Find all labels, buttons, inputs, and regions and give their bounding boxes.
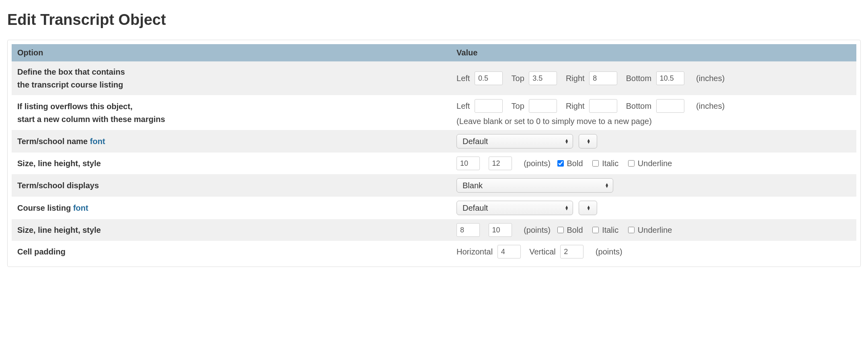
- row-course-font: Course listing font Default ▲▼ ▲▼: [12, 197, 856, 219]
- course-font-variant-select[interactable]: ▲▼: [579, 201, 597, 215]
- cell-padding-v-label: Vertical: [529, 247, 556, 256]
- overflow-hint: (Leave blank or set to 0 to simply move …: [457, 117, 851, 126]
- updown-icon: ▲▼: [587, 206, 591, 210]
- course-underline-checkbox-label[interactable]: Underline: [628, 226, 672, 235]
- cell-padding-h-label: Horizontal: [457, 247, 493, 256]
- overflow-label-line1: If listing overflows this object,: [17, 102, 133, 111]
- term-font-label-prefix: Term/school name: [17, 137, 90, 146]
- box-right-input[interactable]: [589, 71, 617, 85]
- box-label-line2: the transcript course listing: [17, 80, 123, 89]
- row-term-displays: Term/school displays Blank ▲▼: [12, 174, 856, 197]
- term-style-units: (points): [524, 159, 551, 168]
- term-displays-label: Term/school displays: [12, 174, 451, 197]
- term-bold-checkbox-label[interactable]: Bold: [557, 159, 583, 168]
- term-italic-checkbox[interactable]: [592, 160, 599, 167]
- term-italic-checkbox-label[interactable]: Italic: [592, 159, 618, 168]
- term-lineheight-input[interactable]: [489, 157, 512, 170]
- overflow-left-input[interactable]: [475, 99, 503, 113]
- course-style-units: (points): [524, 226, 551, 234]
- cell-padding-v-input[interactable]: [560, 245, 583, 258]
- page-title: Edit Transcript Object: [7, 11, 861, 28]
- course-style-label: Size, line height, style: [12, 219, 451, 241]
- cell-padding-units: (points): [596, 247, 622, 256]
- box-bottom-input[interactable]: [656, 71, 684, 85]
- course-bold-text: Bold: [567, 226, 583, 235]
- term-font-variant-select[interactable]: ▲▼: [579, 134, 597, 149]
- overflow-bottom-input[interactable]: [656, 99, 684, 113]
- col-option: Option: [12, 44, 451, 61]
- term-underline-text: Underline: [638, 159, 672, 168]
- overflow-bottom-label: Bottom: [626, 102, 651, 110]
- course-font-link[interactable]: font: [73, 203, 88, 212]
- course-italic-checkbox-label[interactable]: Italic: [592, 226, 618, 235]
- course-font-label-prefix: Course listing: [17, 203, 73, 212]
- term-size-input[interactable]: [457, 157, 480, 170]
- box-left-input[interactable]: [475, 71, 503, 85]
- term-font-select[interactable]: Default ▲▼: [457, 134, 573, 149]
- course-underline-text: Underline: [638, 226, 672, 235]
- options-table: Option Value Define the box that contain…: [12, 44, 856, 262]
- term-bold-text: Bold: [567, 159, 583, 168]
- term-displays-select-value: Blank: [463, 181, 483, 190]
- updown-icon: ▲▼: [587, 139, 591, 144]
- updown-icon: ▲▼: [605, 183, 609, 188]
- term-bold-checkbox[interactable]: [557, 160, 564, 167]
- course-lineheight-input[interactable]: [489, 223, 512, 237]
- updown-icon: ▲▼: [565, 139, 569, 144]
- overflow-label-line2: start a new column with these margins: [17, 115, 165, 124]
- cell-padding-label: Cell padding: [12, 241, 451, 262]
- course-font-select-value: Default: [463, 203, 488, 213]
- options-panel: Option Value Define the box that contain…: [7, 40, 861, 267]
- overflow-top-label: Top: [512, 102, 524, 110]
- row-course-style: Size, line height, style (points) Bold I: [12, 219, 856, 241]
- box-bottom-label: Bottom: [626, 74, 651, 83]
- term-displays-select[interactable]: Blank ▲▼: [457, 178, 613, 193]
- course-font-select[interactable]: Default ▲▼: [457, 201, 573, 215]
- box-left-label: Left: [457, 74, 470, 83]
- overflow-right-input[interactable]: [589, 99, 617, 113]
- course-bold-checkbox[interactable]: [557, 227, 564, 233]
- overflow-units: (inches): [696, 102, 725, 110]
- updown-icon: ▲▼: [565, 206, 569, 210]
- overflow-top-input[interactable]: [529, 99, 557, 113]
- cell-padding-h-input[interactable]: [497, 245, 521, 258]
- term-underline-checkbox[interactable]: [628, 160, 635, 167]
- course-size-input[interactable]: [457, 223, 480, 237]
- row-cell-padding: Cell padding Horizontal Vertical (points…: [12, 241, 856, 262]
- box-units: (inches): [696, 74, 725, 83]
- course-bold-checkbox-label[interactable]: Bold: [557, 226, 583, 235]
- term-font-link[interactable]: font: [90, 137, 105, 146]
- term-style-label: Size, line height, style: [12, 153, 451, 174]
- course-italic-checkbox[interactable]: [592, 227, 599, 233]
- box-top-label: Top: [512, 74, 524, 83]
- col-value: Value: [451, 44, 856, 61]
- overflow-right-label: Right: [566, 102, 585, 110]
- row-term-style: Size, line height, style (points) Bold I: [12, 153, 856, 174]
- row-overflow-margins: If listing overflows this object, start …: [12, 95, 856, 130]
- term-font-select-value: Default: [463, 137, 488, 146]
- row-term-font: Term/school name font Default ▲▼ ▲▼: [12, 130, 856, 153]
- row-container-box: Define the box that contains the transcr…: [12, 61, 856, 95]
- box-top-input[interactable]: [529, 71, 557, 85]
- overflow-left-label: Left: [457, 102, 470, 110]
- term-underline-checkbox-label[interactable]: Underline: [628, 159, 672, 168]
- course-underline-checkbox[interactable]: [628, 227, 635, 233]
- course-italic-text: Italic: [602, 226, 618, 235]
- box-label-line1: Define the box that contains: [17, 67, 125, 76]
- box-right-label: Right: [566, 74, 585, 83]
- term-italic-text: Italic: [602, 159, 618, 168]
